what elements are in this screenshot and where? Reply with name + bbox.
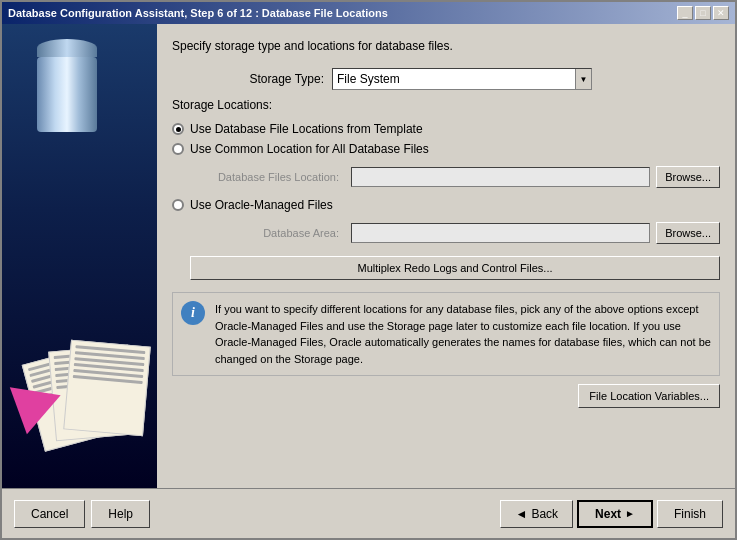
title-bar: Database Configuration Assistant, Step 6… (2, 2, 735, 24)
storage-locations-group: Use Database File Locations from Templat… (172, 122, 720, 248)
browse-button-2[interactable]: Browse... (656, 222, 720, 244)
bottom-right-buttons: ◄ Back Next ► Finish (500, 500, 723, 528)
content-area: Specify storage type and locations for d… (2, 24, 735, 488)
select-arrow-icon: ▼ (575, 69, 591, 89)
storage-type-value: File System (337, 72, 400, 86)
back-label: Back (531, 507, 558, 521)
db-files-location-label: Database Files Location: (190, 171, 345, 183)
next-arrow-icon: ► (625, 508, 635, 519)
minimize-button[interactable]: _ (677, 6, 693, 20)
browse-button-1[interactable]: Browse... (656, 166, 720, 188)
storage-locations-label: Storage Locations: (172, 98, 720, 112)
back-arrow-icon: ◄ (515, 507, 527, 521)
window-title: Database Configuration Assistant, Step 6… (8, 7, 388, 19)
multiplex-button[interactable]: Multiplex Redo Logs and Control Files... (190, 256, 720, 280)
storage-type-row: Storage Type: File System ▼ (172, 68, 720, 90)
radio-oracle-input[interactable] (172, 199, 184, 211)
db-files-location-row: Database Files Location: Browse... (190, 166, 720, 188)
storage-type-label: Storage Type: (172, 72, 332, 86)
file-location-variables-button[interactable]: File Location Variables... (578, 384, 720, 408)
db-area-input[interactable] (351, 223, 650, 243)
bottom-bar: Cancel Help ◄ Back Next ► Finish (2, 488, 735, 538)
description-text: Specify storage type and locations for d… (172, 39, 720, 53)
radio-oracle-label: Use Oracle-Managed Files (190, 198, 333, 212)
storage-type-select[interactable]: File System ▼ (332, 68, 592, 90)
info-icon: i (181, 301, 205, 325)
window-controls: _ □ ✕ (677, 6, 729, 20)
radio-template-input[interactable] (172, 123, 184, 135)
db-area-label: Database Area: (190, 227, 345, 239)
close-button[interactable]: ✕ (713, 6, 729, 20)
cancel-button[interactable]: Cancel (14, 500, 85, 528)
maximize-button[interactable]: □ (695, 6, 711, 20)
file-location-row: File Location Variables... (172, 384, 720, 408)
radio-template[interactable]: Use Database File Locations from Templat… (172, 122, 720, 136)
panel-illustration (2, 24, 157, 488)
radio-oracle[interactable]: Use Oracle-Managed Files (172, 198, 720, 212)
info-text: If you want to specify different locatio… (215, 301, 711, 367)
main-window: Database Configuration Assistant, Step 6… (0, 0, 737, 540)
cylinder-illustration (32, 39, 102, 129)
left-panel (2, 24, 157, 488)
cylinder-body (37, 57, 97, 132)
db-files-location-input[interactable] (351, 167, 650, 187)
db-area-row: Database Area: Browse... (190, 222, 720, 244)
cylinder-top (37, 39, 97, 57)
radio-common[interactable]: Use Common Location for All Database Fil… (172, 142, 720, 156)
next-button[interactable]: Next ► (577, 500, 653, 528)
radio-template-label: Use Database File Locations from Templat… (190, 122, 423, 136)
back-button[interactable]: ◄ Back (500, 500, 573, 528)
help-button[interactable]: Help (91, 500, 150, 528)
next-label: Next (595, 507, 621, 521)
radio-common-input[interactable] (172, 143, 184, 155)
document-3 (63, 340, 151, 437)
radio-common-label: Use Common Location for All Database Fil… (190, 142, 429, 156)
right-panel: Specify storage type and locations for d… (157, 24, 735, 488)
finish-button[interactable]: Finish (657, 500, 723, 528)
bottom-left-buttons: Cancel Help (14, 500, 150, 528)
info-box: i If you want to specify different locat… (172, 292, 720, 376)
